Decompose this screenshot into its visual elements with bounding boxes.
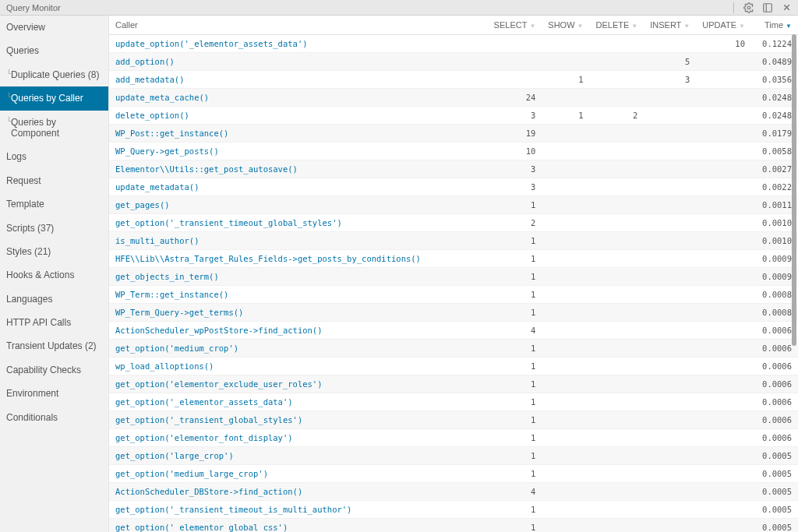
caller-link[interactable]: ActionScheduler_DBStore->find_action() bbox=[115, 487, 302, 496]
caller-link[interactable]: wp_load_alloptions() bbox=[115, 361, 214, 371]
sidebar-item[interactable]: Environment bbox=[0, 382, 108, 405]
cell-insert: 5 bbox=[644, 53, 696, 71]
sidebar-item[interactable]: Styles (21) bbox=[0, 240, 108, 263]
sidebar-item[interactable]: Duplicate Queries (8) bbox=[0, 63, 108, 86]
caller-link[interactable]: get_option('_transient_timeout_is_multi_… bbox=[115, 505, 351, 514]
col-header-delete[interactable]: DELETE▼ bbox=[589, 16, 644, 35]
sidebar-item[interactable]: Logs bbox=[0, 145, 108, 168]
cell-show bbox=[542, 214, 589, 232]
caller-link[interactable]: update_metadata() bbox=[115, 182, 199, 192]
cell-update bbox=[696, 196, 751, 214]
sidebar-item[interactable]: Languages bbox=[0, 287, 108, 311]
cell-show bbox=[542, 483, 589, 501]
col-header-update[interactable]: UPDATE▼ bbox=[696, 16, 751, 35]
caller-link[interactable]: get_option('medium_crop') bbox=[115, 344, 238, 353]
col-header-insert[interactable]: INSERT▼ bbox=[644, 16, 696, 35]
sidebar-item[interactable]: Queries bbox=[0, 39, 108, 62]
cell-update bbox=[696, 143, 751, 160]
cell-insert bbox=[644, 411, 696, 429]
expand-icon[interactable] bbox=[762, 2, 773, 13]
caller-link[interactable]: get_option('large_crop') bbox=[115, 451, 234, 460]
sidebar-item[interactable]: Queries by Component bbox=[0, 111, 108, 146]
cell-select: 1 bbox=[488, 250, 542, 268]
caller-link[interactable]: WP_Term::get_instance() bbox=[115, 290, 228, 299]
cell-time: 0.0006 bbox=[751, 358, 798, 375]
caller-link[interactable]: update_meta_cache() bbox=[115, 93, 209, 102]
sidebar-item[interactable]: Template bbox=[0, 192, 108, 216]
cell-time: 0.0006 bbox=[751, 375, 798, 393]
cell-show bbox=[542, 393, 589, 411]
caller-link[interactable]: get_option('medium_large_crop') bbox=[115, 469, 268, 478]
sidebar-item[interactable]: Hooks & Actions bbox=[0, 263, 108, 287]
sidebar-item[interactable]: Conditionals bbox=[0, 406, 108, 429]
caller-link[interactable]: get_pages() bbox=[115, 200, 170, 210]
caller-link[interactable]: get_option('_elementor_assets_data') bbox=[115, 397, 293, 407]
cell-show bbox=[542, 160, 589, 178]
cell-update bbox=[696, 250, 751, 268]
cell-caller: WP_Term_Query->get_terms() bbox=[109, 304, 488, 322]
caller-link[interactable]: get_option('elementor_font_display') bbox=[115, 433, 293, 442]
caller-link[interactable]: get_option('_elementor_global_css') bbox=[115, 523, 288, 532]
svg-point-0 bbox=[747, 6, 750, 9]
sidebar-item[interactable]: Queries by Caller bbox=[0, 86, 108, 110]
close-icon[interactable] bbox=[781, 2, 792, 13]
sidebar-item[interactable]: HTTP API Calls bbox=[0, 311, 108, 334]
cell-time: 0.1224 bbox=[751, 35, 798, 53]
cell-show bbox=[542, 411, 589, 429]
col-header-show[interactable]: SHOW▼ bbox=[542, 16, 589, 35]
col-header-caller[interactable]: Caller bbox=[109, 16, 488, 35]
table-row: get_option('medium_crop')10.0006 bbox=[109, 340, 798, 358]
sidebar-item-label: Template bbox=[6, 199, 44, 210]
cell-time: 0.0005 bbox=[751, 519, 798, 533]
cell-insert bbox=[644, 519, 696, 533]
caller-link[interactable]: get_objects_in_term() bbox=[115, 272, 219, 281]
sidebar-item[interactable]: Overview bbox=[0, 16, 108, 39]
cell-time: 0.0005 bbox=[751, 483, 798, 501]
caller-link[interactable]: add_option() bbox=[115, 57, 175, 66]
caller-link[interactable]: Elementor\\Utils::get_post_autosave() bbox=[115, 164, 298, 174]
caller-link[interactable]: update_option('_elementor_assets_data') bbox=[115, 39, 308, 48]
caller-link[interactable]: delete_option() bbox=[115, 111, 189, 120]
col-header-select[interactable]: SELECT▼ bbox=[488, 16, 542, 35]
caller-link[interactable]: ActionScheduler_wpPostStore->find_action… bbox=[115, 326, 323, 335]
gear-icon[interactable] bbox=[743, 2, 754, 13]
caller-link[interactable]: get_option('elementor_exclude_user_roles… bbox=[115, 379, 323, 389]
cell-delete bbox=[589, 143, 644, 160]
caller-link[interactable]: WP_Query->get_posts() bbox=[115, 146, 219, 156]
col-header-time[interactable]: Time▼ bbox=[751, 16, 798, 35]
table-row: update_meta_cache()240.0248 bbox=[109, 89, 798, 107]
caller-link[interactable]: WP_Term_Query->get_terms() bbox=[115, 308, 243, 317]
cell-delete bbox=[589, 35, 644, 53]
cell-time: 0.0008 bbox=[751, 304, 798, 322]
table-row: get_option('medium_large_crop')10.0005 bbox=[109, 465, 798, 483]
cell-delete bbox=[589, 286, 644, 304]
caller-link[interactable]: get_option('_transient_timeout_global_st… bbox=[115, 218, 342, 227]
cell-select bbox=[488, 71, 542, 89]
cell-show bbox=[542, 268, 589, 286]
scrollbar-thumb[interactable] bbox=[792, 34, 796, 346]
sidebar-item[interactable]: Request bbox=[0, 169, 108, 192]
scrollbar[interactable] bbox=[792, 34, 796, 529]
cell-select: 1 bbox=[488, 375, 542, 393]
cell-show bbox=[542, 125, 589, 143]
caller-link[interactable]: is_multi_author() bbox=[115, 236, 199, 245]
cell-select: 1 bbox=[488, 393, 542, 411]
table-row: update_metadata()30.0022 bbox=[109, 178, 798, 196]
cell-select: 1 bbox=[488, 196, 542, 214]
caller-link[interactable]: get_option('_transient_global_styles') bbox=[115, 415, 302, 425]
sidebar-item-label: Scripts (37) bbox=[6, 223, 54, 234]
sidebar-item[interactable]: Capability Checks bbox=[0, 358, 108, 382]
cell-caller: get_option('medium_crop') bbox=[109, 340, 488, 358]
sidebar-item[interactable]: Scripts (37) bbox=[0, 217, 108, 240]
cell-delete bbox=[589, 250, 644, 268]
cell-delete bbox=[589, 519, 644, 533]
caller-link[interactable]: add_metadata() bbox=[115, 75, 185, 84]
sidebar-item-label: Queries by Caller bbox=[11, 93, 83, 104]
cell-caller: wp_load_alloptions() bbox=[109, 358, 488, 375]
cell-time: 0.0058 bbox=[751, 143, 798, 160]
sidebar-item-label: Capability Checks bbox=[6, 365, 81, 375]
sidebar-item-label: HTTP API Calls bbox=[6, 317, 71, 328]
caller-link[interactable]: WP_Post::get_instance() bbox=[115, 129, 228, 138]
sidebar-item[interactable]: Transient Updates (2) bbox=[0, 334, 108, 358]
caller-link[interactable]: HFE\\Lib\\Astra_Target_Rules_Fields->get… bbox=[115, 254, 421, 263]
